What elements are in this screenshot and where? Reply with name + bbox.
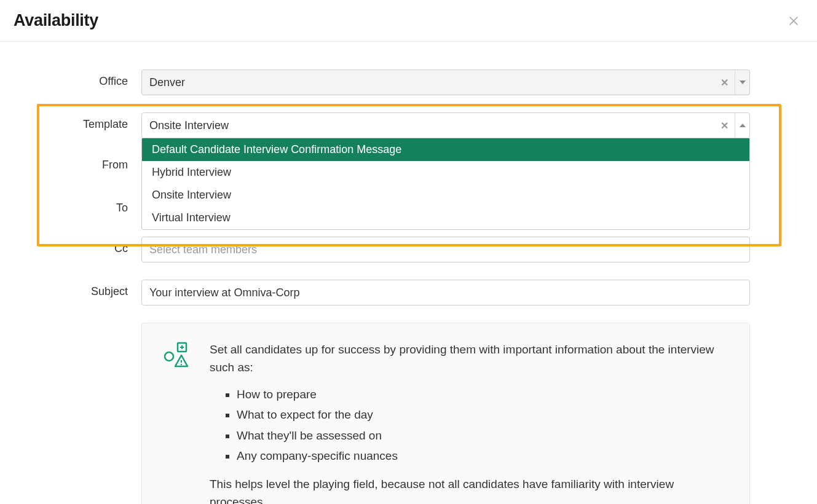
label-to: To: [49, 196, 141, 215]
info-lead: Set all candidates up for success by pro…: [210, 341, 728, 377]
subject-input[interactable]: Your interview at Omniva-Corp: [141, 280, 750, 305]
row-subject: Subject Your interview at Omniva-Corp: [49, 280, 768, 305]
template-dropdown: Default Candidate Interview Confirmation…: [141, 138, 750, 230]
template-option-hybrid[interactable]: Hybrid Interview: [142, 161, 749, 184]
info-bullet-list: How to prepare What to expect for the da…: [237, 385, 728, 465]
template-option-onsite[interactable]: Onsite Interview: [142, 184, 749, 207]
chevron-up-icon: [740, 124, 746, 127]
label-from: From: [49, 153, 141, 171]
info-tail: This helps level the playing field, beca…: [210, 475, 728, 504]
office-select[interactable]: Denver ✕: [141, 69, 750, 95]
svg-point-3: [165, 352, 173, 361]
template-select-value: Onsite Interview: [149, 119, 718, 132]
label-cc: Cc: [49, 237, 141, 255]
label-template: Template: [49, 112, 141, 131]
close-button[interactable]: [785, 12, 802, 30]
info-text: Set all candidates up for success by pro…: [210, 341, 728, 504]
info-bullet: What they'll be assessed on: [237, 427, 728, 444]
svg-point-5: [181, 364, 182, 365]
office-select-value: Denver: [149, 76, 718, 89]
row-cc: Cc Select team members: [49, 237, 768, 262]
chevron-down-icon: [740, 81, 746, 84]
template-caret[interactable]: [735, 113, 749, 138]
cc-input[interactable]: Select team members: [141, 237, 750, 262]
template-clear-button[interactable]: ✕: [718, 120, 731, 132]
label-subject: Subject: [49, 280, 141, 298]
modal-header: Availability: [0, 0, 817, 42]
form-scroll-area[interactable]: Office Denver ✕ Template Onsite Intervie…: [0, 45, 817, 504]
office-caret[interactable]: [735, 70, 749, 95]
template-option-default[interactable]: Default Candidate Interview Confirmation…: [142, 138, 749, 161]
row-office: Office Denver ✕: [49, 69, 768, 95]
info-card: Set all candidates up for success by pro…: [141, 323, 750, 504]
template-select[interactable]: Onsite Interview ✕: [141, 112, 750, 138]
office-clear-button[interactable]: ✕: [718, 77, 731, 89]
page-title: Availability: [14, 11, 98, 30]
cc-placeholder: Select team members: [149, 243, 257, 256]
subject-value: Your interview at Omniva-Corp: [149, 286, 299, 299]
label-office: Office: [49, 69, 141, 88]
info-bullet: Any company-specific nuances: [237, 447, 728, 465]
close-icon: [787, 15, 800, 27]
template-option-virtual[interactable]: Virtual Interview: [142, 207, 749, 229]
row-template: Template Onsite Interview ✕ Default Cand…: [49, 112, 768, 138]
shapes-icon: [163, 342, 192, 369]
info-bullet: How to prepare: [237, 385, 728, 403]
info-bullet: What to expect for the day: [237, 406, 728, 423]
row-info: Set all candidates up for success by pro…: [49, 323, 768, 504]
